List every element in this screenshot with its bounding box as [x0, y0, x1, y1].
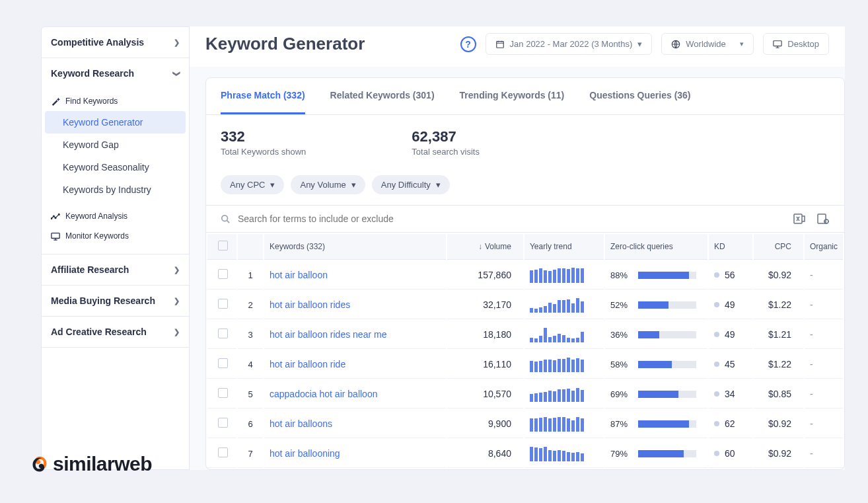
checkbox-row[interactable] [218, 388, 228, 398]
keyword-link[interactable]: hot air ballooning [270, 448, 340, 459]
search-input[interactable] [238, 213, 785, 224]
sidebar-item-affiliate-research[interactable]: Affiliate Research ❯ [42, 254, 189, 285]
sort-down-icon: ↓ [478, 242, 482, 251]
filter-volume[interactable]: Any Volume▾ [291, 175, 365, 194]
sidebar-label: Keyword Research [51, 68, 134, 79]
desktop-icon [773, 40, 782, 49]
table-row: 1 hot air balloon 157,860 88% 56 $0.92 - [207, 261, 843, 290]
results-card: Phrase Match (332) Related Keywords (301… [205, 77, 845, 470]
col-zero[interactable]: Zero-click queries [605, 234, 707, 260]
chevron-right-icon: ❯ [174, 297, 180, 305]
zero-click-cell: 58% [610, 360, 702, 369]
svg-rect-5 [496, 41, 503, 48]
zero-click-cell: 88% [610, 270, 702, 280]
brand-name: similarweb [53, 453, 152, 475]
svg-point-11 [824, 219, 828, 223]
filter-difficulty[interactable]: Any Difficulty▾ [372, 175, 450, 194]
col-kd[interactable]: KD [709, 234, 752, 260]
stat-total-keywords: 332 Total Keywords shown [221, 128, 306, 157]
zero-click-cell: 52% [610, 300, 702, 310]
region-selector[interactable]: Worldwide ▾ [661, 33, 754, 55]
main-content: Keyword Generator ? Jan 2022 - Mar 2022 … [190, 26, 845, 470]
chevron-down-icon: ▾ [637, 39, 642, 49]
svg-point-2 [55, 217, 56, 219]
sidebar-item-media-buying-research[interactable]: Media Buying Research ❯ [42, 286, 189, 316]
sidebar-group-keyword-analysis[interactable]: Keyword Analysis [42, 206, 189, 226]
svg-rect-7 [774, 40, 781, 46]
calendar-icon [495, 40, 505, 49]
keyword-link[interactable]: cappadocia hot air balloon [270, 389, 377, 399]
table-row: 4 hot air balloon ride 16,110 58% 45 $1.… [207, 350, 843, 379]
sidebar-item-keyword-generator[interactable]: Keyword Generator [45, 111, 186, 134]
volume-value: 157,860 [447, 261, 523, 290]
globe-icon [671, 40, 680, 49]
table-row: 2 hot air balloon rides 32,170 52% 49 $1… [207, 291, 843, 319]
row-rank: 1 [238, 261, 263, 290]
sidebar-item-competitive-analysis[interactable]: Competitive Analysis ❯ [42, 27, 189, 58]
sidebar-item-keywords-by-industry[interactable]: Keywords by Industry [42, 178, 189, 201]
help-icon[interactable]: ? [460, 36, 476, 52]
keyword-link[interactable]: hot air balloon rides near me [270, 329, 386, 340]
sidebar-group-monitor-keywords[interactable]: Monitor Keywords [42, 226, 189, 246]
trend-sparkline [530, 267, 598, 283]
checkbox-row[interactable] [218, 299, 228, 309]
checkbox-all[interactable] [218, 241, 228, 251]
keyword-link[interactable]: hot air balloon rides [270, 299, 350, 310]
zero-click-cell: 36% [610, 330, 702, 340]
checkbox-row[interactable] [218, 418, 228, 428]
col-trend[interactable]: Yearly trend [524, 234, 604, 260]
tab-related-keywords[interactable]: Related Keywords (301) [330, 78, 435, 114]
col-organic[interactable]: Organic [805, 234, 843, 260]
date-range-selector[interactable]: Jan 2022 - Mar 2022 (3 Months) ▾ [486, 33, 653, 55]
sidebar-label: Affiliate Research [51, 264, 129, 275]
keyword-link[interactable]: hot air balloon [270, 270, 328, 280]
volume-value: 32,170 [447, 291, 523, 319]
svg-point-3 [58, 214, 59, 215]
col-volume[interactable]: ↓Volume [447, 234, 523, 260]
chevron-right-icon: ❯ [174, 328, 180, 336]
device-selector[interactable]: Desktop [763, 33, 829, 55]
sidebar: Competitive Analysis ❯ Keyword Research … [41, 26, 190, 470]
kd-cell: 62 [714, 418, 747, 429]
organic-value: - [805, 380, 843, 408]
trend-sparkline [530, 386, 598, 402]
chevron-down-icon: ▾ [436, 180, 441, 190]
chevron-down-icon: ❯ [172, 71, 181, 77]
checkbox-row[interactable] [218, 269, 228, 279]
zero-click-cell: 79% [610, 449, 702, 459]
tab-trending-keywords[interactable]: Trending Keywords (11) [460, 78, 565, 114]
search-bar [206, 205, 844, 233]
zero-click-cell: 69% [610, 389, 702, 399]
sidebar-item-keyword-research[interactable]: Keyword Research ❯ [42, 58, 189, 89]
volume-value: 8,640 [447, 440, 523, 468]
col-cpc[interactable]: CPC [754, 234, 803, 260]
topbar: Keyword Generator ? Jan 2022 - Mar 2022 … [190, 26, 845, 67]
sidebar-item-ad-creative-research[interactable]: Ad Creative Research ❯ [42, 317, 189, 347]
checkbox-row[interactable] [218, 358, 228, 368]
keyword-link[interactable]: hot air balloon ride [270, 359, 345, 369]
filter-cpc[interactable]: Any CPC▾ [221, 175, 284, 194]
kd-cell: 45 [714, 359, 747, 369]
sidebar-label: Ad Creative Research [51, 327, 147, 337]
trend-sparkline [530, 327, 598, 342]
chevron-down-icon: ▾ [740, 40, 744, 48]
checkbox-row[interactable] [218, 329, 228, 338]
magic-wand-icon [51, 97, 60, 106]
export-excel-icon[interactable] [793, 212, 806, 225]
page-title: Keyword Generator [205, 34, 451, 54]
checkbox-row[interactable] [218, 447, 228, 457]
volume-value: 10,570 [447, 380, 523, 408]
col-keywords[interactable]: Keywords (332) [264, 234, 446, 260]
keyword-link[interactable]: hot air balloons [270, 418, 332, 429]
tab-phrase-match[interactable]: Phrase Match (332) [221, 78, 305, 114]
organic-value: - [805, 350, 843, 379]
kd-cell: 49 [714, 299, 747, 310]
sidebar-item-keyword-gap[interactable]: Keyword Gap [42, 134, 189, 156]
stat-search-visits: 62,387 Total search visits [412, 128, 480, 157]
organic-value: - [805, 440, 843, 468]
sidebar-item-keyword-seasonality[interactable]: Keyword Seasonality [42, 156, 189, 178]
settings-icon[interactable] [816, 212, 830, 225]
row-rank: 5 [238, 380, 263, 408]
tab-questions-queries[interactable]: Questions Queries (36) [589, 78, 690, 114]
kd-cell: 60 [714, 448, 747, 459]
